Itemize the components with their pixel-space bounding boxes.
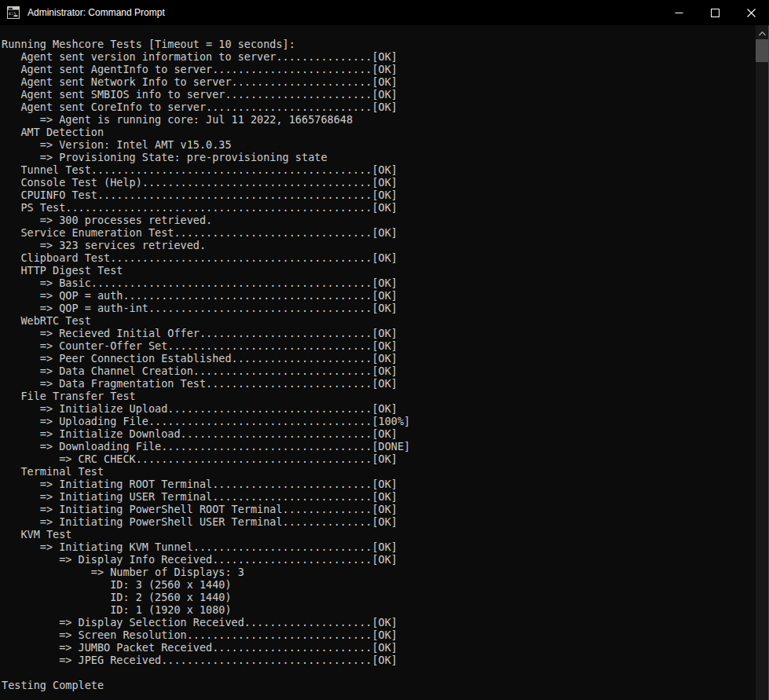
- close-icon: [747, 9, 756, 17]
- window-title: Administrator: Command Prompt: [27, 7, 661, 18]
- titlebar: c:\ Administrator: Command Prompt: [0, 0, 769, 25]
- minimize-icon: [675, 9, 683, 17]
- scrollbar-thumb[interactable]: [756, 39, 769, 62]
- command-prompt-window: { "window": { "title": "Administrator: C…: [0, 0, 769, 700]
- scroll-up-arrow-icon: [759, 25, 766, 39]
- svg-text:c:\: c:\: [9, 11, 16, 16]
- scroll-up-button[interactable]: [756, 25, 769, 38]
- maximize-icon: [711, 9, 720, 17]
- maximize-button[interactable]: [697, 0, 733, 25]
- console-viewport: Running Meshcore Tests [Timeout = 10 sec…: [0, 25, 756, 700]
- terminal-output: Running Meshcore Tests [Timeout = 10 sec…: [0, 25, 756, 691]
- minimize-button[interactable]: [661, 0, 697, 25]
- scrollbar-track[interactable]: [756, 25, 769, 700]
- cmd-icon: c:\: [7, 6, 20, 19]
- close-button[interactable]: [733, 0, 769, 25]
